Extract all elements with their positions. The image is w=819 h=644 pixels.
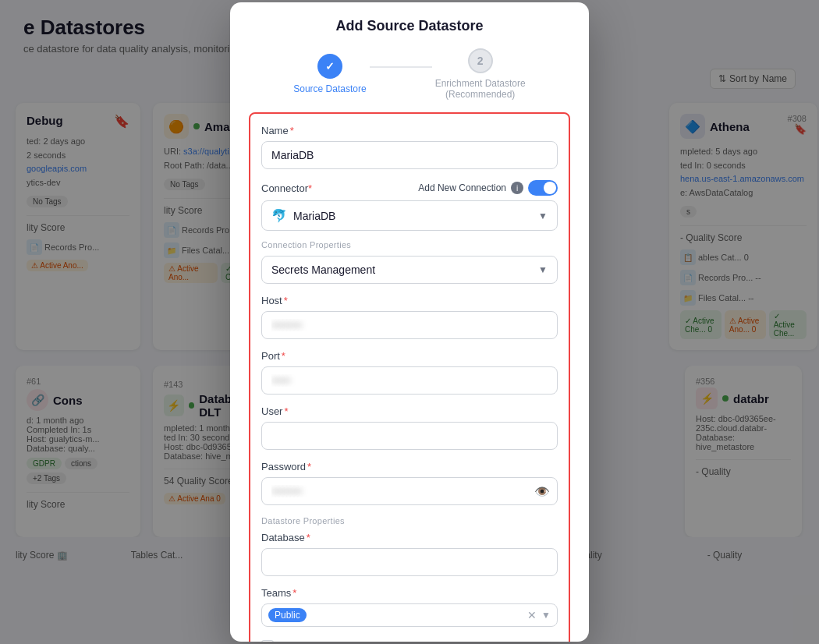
name-input[interactable] xyxy=(261,141,558,169)
stepper: ✓ Source Datastore 2 Enrichment Datastor… xyxy=(249,48,570,100)
user-input[interactable] xyxy=(261,422,558,450)
step-1-label: Source Datastore xyxy=(293,83,366,94)
chevron-down-icon: ▼ xyxy=(538,211,548,221)
public-team-chip: Public xyxy=(268,608,307,622)
database-label: Database* xyxy=(261,532,558,543)
toggle-switch[interactable] xyxy=(528,180,558,196)
database-field-group: Database* xyxy=(261,532,558,576)
add-new-connection: Add New Connection i xyxy=(418,180,558,196)
host-field-group: Host* xyxy=(261,295,558,339)
password-field-group: Password* 👁️ xyxy=(261,461,558,505)
secrets-management-select[interactable]: Secrets Management ▼ xyxy=(261,256,558,284)
mariadb-icon: 🐬 xyxy=(271,208,287,223)
host-input[interactable] xyxy=(261,311,558,339)
secrets-management-label: Secrets Management xyxy=(271,264,375,276)
initiate-label: Initiate Cataloging xyxy=(282,639,558,642)
connection-properties-label: Connection Properties xyxy=(261,240,558,249)
name-field-group: Name* xyxy=(261,125,558,169)
step-1: ✓ Source Datastore xyxy=(293,54,366,94)
password-input-wrapper: 👁️ xyxy=(261,477,558,505)
modal-header: Add Source Datastore ✓ Source Datastore … xyxy=(230,2,589,112)
info-icon[interactable]: i xyxy=(511,182,523,194)
teams-input-area[interactable]: Public ✕ ▼ xyxy=(261,603,558,627)
clear-icon[interactable]: ✕ xyxy=(527,609,537,621)
port-input[interactable] xyxy=(261,366,558,395)
add-new-connection-label: Add New Connection xyxy=(418,182,506,193)
connector-section: Name* Connector* Add New Connection i 🐬 xyxy=(249,112,570,642)
name-label: Name* xyxy=(261,125,558,136)
connector-select-inner: 🐬 MariaDB xyxy=(271,208,335,223)
host-label: Host* xyxy=(261,295,558,306)
initiate-cataloging-row: Initiate Cataloging Automatically start … xyxy=(261,638,558,642)
teams-label: Teams* xyxy=(261,587,558,599)
port-input-wrapper xyxy=(261,366,558,395)
port-field-group: Port* xyxy=(261,350,558,395)
database-input[interactable] xyxy=(261,548,558,576)
connector-select[interactable]: 🐬 MariaDB ▼ xyxy=(261,200,558,231)
datastore-properties-label: Datastore Properties xyxy=(261,516,558,525)
step-2-label: Enrichment Datastore(Recommended) xyxy=(435,78,526,100)
host-input-wrapper xyxy=(261,311,558,339)
user-field-group: User* xyxy=(261,405,558,450)
check-icon: ✓ xyxy=(325,60,335,73)
port-label: Port* xyxy=(261,350,558,362)
step-1-circle: ✓ xyxy=(317,54,342,79)
initiate-text-area: Initiate Cataloging Automatically start … xyxy=(282,639,558,642)
teams-chevron-icon[interactable]: ▼ xyxy=(541,610,551,621)
password-label: Password* xyxy=(261,461,558,472)
chevron-down-icon: ▼ xyxy=(538,264,548,275)
modal-body: Name* Connector* Add New Connection i 🐬 xyxy=(230,112,589,642)
initiate-checkbox[interactable] xyxy=(261,640,274,642)
step-2: 2 Enrichment Datastore(Recommended) xyxy=(435,48,526,100)
eye-icon[interactable]: 👁️ xyxy=(534,484,550,499)
step-connector xyxy=(370,66,432,68)
teams-field-group: Teams* Public ✕ ▼ xyxy=(261,587,558,627)
password-input[interactable] xyxy=(261,477,558,505)
connector-row: Connector* Add New Connection i xyxy=(261,180,558,196)
add-source-datastore-modal: Add Source Datastore ✓ Source Datastore … xyxy=(230,2,589,642)
team-chip-label: Public xyxy=(275,610,300,621)
modal-title: Add Source Datastore xyxy=(249,18,570,34)
user-label: User* xyxy=(261,405,558,417)
connector-value: MariaDB xyxy=(293,210,335,222)
connector-label: Connector* xyxy=(261,182,312,194)
step-2-number: 2 xyxy=(477,55,484,67)
step-2-circle: 2 xyxy=(468,48,493,73)
